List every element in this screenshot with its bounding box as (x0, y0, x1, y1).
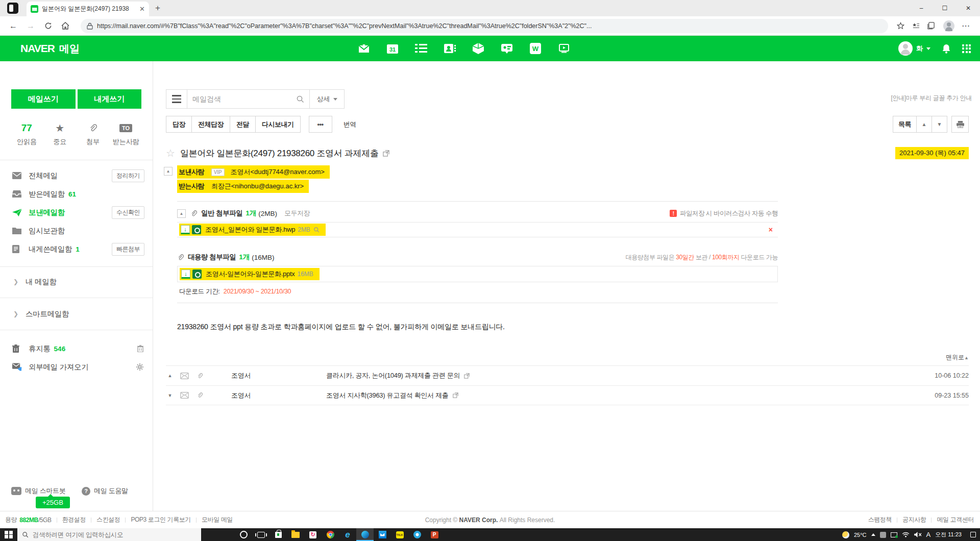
notifications-bell-icon[interactable] (942, 44, 951, 54)
search-detail-dropdown[interactable]: 상세 (310, 89, 345, 109)
blog-service-icon[interactable] (500, 42, 513, 55)
thread-subject[interactable]: 클라시카, 공자, 논어(1049) 과제제출 관련 문의 (326, 371, 470, 380)
action-center-icon[interactable] (970, 532, 976, 537)
save-all-button[interactable]: 모두저장 (284, 209, 310, 218)
thread-subject[interactable]: 조영서 지사학(3963) 유고결석 확인서 제출 (326, 391, 458, 400)
folder-drafts[interactable]: 임시보관함 (0, 222, 153, 240)
compose-mail-button[interactable]: 메일쓰기 (11, 89, 76, 109)
smart-mailbox-group[interactable]: ❯ 스마트메일함 (0, 305, 153, 323)
calendar-service-icon[interactable]: 31 (386, 42, 399, 55)
write-to-me-button[interactable]: 내게쓰기 (78, 89, 142, 109)
footer-link-support[interactable]: 메일 고객센터 (937, 515, 974, 524)
folder-to-me[interactable]: 내게쓴메일함 1 빠른첨부 (0, 240, 153, 258)
folder-sent[interactable]: 보낸메일함 수신확인 (0, 203, 153, 222)
collapse-attachments-button[interactable]: ▲ (177, 209, 186, 218)
home-icon[interactable] (58, 19, 72, 33)
maximize-button[interactable]: ☐ (933, 0, 957, 16)
quota-promo-badge[interactable]: +25GB (36, 497, 70, 508)
remove-attachment-icon[interactable]: × (769, 226, 773, 234)
thread-row-2[interactable]: ▼ 조영서 조영서 지사학(3963) 유고결석 확인서 제출 09- (166, 385, 969, 405)
browser-menu-icon[interactable]: ⋯ (959, 19, 973, 33)
gear-icon[interactable] (136, 363, 143, 371)
tv-service-icon[interactable] (557, 42, 571, 55)
download-icon[interactable]: ↓ (181, 269, 190, 279)
my-mailbox-group[interactable]: ❯ 내 메일함 (0, 273, 153, 290)
empty-trash-icon[interactable] (137, 345, 143, 352)
back-icon[interactable]: ← (6, 19, 20, 33)
font-notice[interactable]: [안내]마루 부리 글꼴 추가 안내 (891, 94, 972, 103)
from-address[interactable]: 조영서<dudtj7744@naver.com> (230, 168, 324, 176)
stat-attachment[interactable]: 첨부 (77, 122, 110, 146)
mail-help-link[interactable]: ? 메일 도움말 (82, 486, 128, 496)
temperature[interactable]: 25°C (854, 532, 867, 538)
forward-button[interactable]: 전달 (230, 116, 256, 133)
mail-app-icon[interactable] (374, 528, 391, 541)
download-icon[interactable]: ↓ (181, 225, 190, 234)
cortana-icon[interactable] (235, 528, 252, 541)
to-address[interactable]: 최장근<nihonbu@daegu.ac.kr> (211, 182, 304, 190)
minimize-button[interactable]: – (910, 0, 933, 16)
browser-tab[interactable]: 일본어와 일본문화(2497) 21938 ✕ (27, 2, 149, 16)
expand-arrow-icon[interactable]: ▲ (166, 373, 174, 378)
mail-search-box[interactable] (187, 89, 310, 109)
apps-grid-icon[interactable] (962, 44, 971, 53)
taskbar-search-box[interactable] (17, 528, 201, 541)
reply-button[interactable]: 답장 (166, 116, 192, 133)
footer-link-spam[interactable]: 스팸정책 (868, 515, 892, 524)
edge-icon[interactable] (356, 528, 374, 541)
mail-smartbot-link[interactable]: 메일 스마트봇 (11, 486, 66, 496)
favorites-add-icon[interactable] (893, 19, 908, 33)
favorites-bar-icon[interactable] (909, 19, 923, 33)
open-new-window-icon[interactable] (453, 392, 458, 398)
mail-search-input[interactable] (192, 95, 296, 103)
organize-button[interactable]: 정리하기 (112, 169, 144, 182)
translate-button[interactable]: 번역 (344, 120, 356, 129)
pptx-file-chip[interactable]: ↓ 조영서-일본어와-일본문화.pptx 16MB (180, 268, 320, 280)
refresh-icon[interactable] (41, 19, 55, 33)
naver-mail-logo[interactable]: NAVER 메일 (20, 42, 80, 56)
expand-arrow-icon[interactable]: ▼ (166, 393, 174, 398)
footer-link-notice[interactable]: 공지사항 (902, 515, 926, 524)
forward-icon[interactable]: → (23, 19, 38, 33)
tray-app-icon[interactable] (880, 532, 886, 538)
resend-button[interactable]: 다시보내기 (256, 116, 301, 133)
stat-unread[interactable]: 77 안읽음 (10, 122, 43, 146)
folder-all-mail[interactable]: 전체메일 정리하기 (0, 166, 153, 185)
quick-attach-button[interactable]: 빠른첨부 (112, 243, 144, 256)
read-receipt-button[interactable]: 수신확인 (112, 206, 144, 219)
menu-hamburger-button[interactable] (166, 89, 187, 109)
internet-explorer-icon[interactable]: e (339, 528, 356, 541)
hwp-file-chip[interactable]: ↓ 조영서_일본어와 일본문화.hwp 2MB (179, 224, 326, 236)
open-new-window-icon[interactable] (383, 150, 389, 157)
chrome-icon[interactable] (322, 528, 339, 541)
print-button[interactable] (951, 116, 969, 133)
browser-workspaces-icon[interactable] (7, 3, 18, 14)
previous-mail-button[interactable]: ▲ (917, 116, 932, 133)
skype-icon[interactable] (408, 528, 426, 541)
task-view-icon[interactable] (252, 528, 270, 541)
wifi-icon[interactable] (902, 532, 910, 537)
external-mail-row[interactable]: 외부메일 가져오기 (0, 358, 153, 376)
footer-link-settings[interactable]: 환경설정 (62, 515, 86, 524)
hidden-icons-chevron[interactable] (871, 533, 875, 536)
account-menu[interactable]: 화 (898, 41, 930, 56)
volume-muted-icon[interactable] (914, 532, 922, 537)
open-new-window-icon[interactable] (464, 373, 470, 379)
memo-service-icon[interactable] (414, 42, 428, 55)
new-tab-button[interactable]: + (155, 3, 160, 13)
collections-icon[interactable] (924, 19, 938, 33)
close-button[interactable]: ✕ (957, 0, 980, 16)
tab-close-icon[interactable]: ✕ (139, 5, 145, 13)
sync-app-icon[interactable]: ↻ (304, 528, 322, 541)
taskbar-search-input[interactable] (33, 531, 197, 538)
next-mail-button[interactable]: ▼ (932, 116, 947, 133)
footer-link-mobile[interactable]: 모바일 메일 (202, 515, 233, 524)
start-button[interactable] (0, 528, 17, 541)
kakaotalk-icon[interactable]: TALK (391, 528, 408, 541)
star-outline-icon[interactable]: ☆ (166, 147, 175, 159)
works-service-icon[interactable]: W (529, 42, 542, 55)
thread-row-1[interactable]: ▲ 조영서 클라시카, 공자, 논어(1049) 과제제출 관련 문의 (166, 365, 969, 385)
file-explorer-icon[interactable] (287, 528, 304, 541)
powerpoint-icon[interactable]: P (426, 528, 443, 541)
contacts-service-icon[interactable] (443, 42, 456, 55)
